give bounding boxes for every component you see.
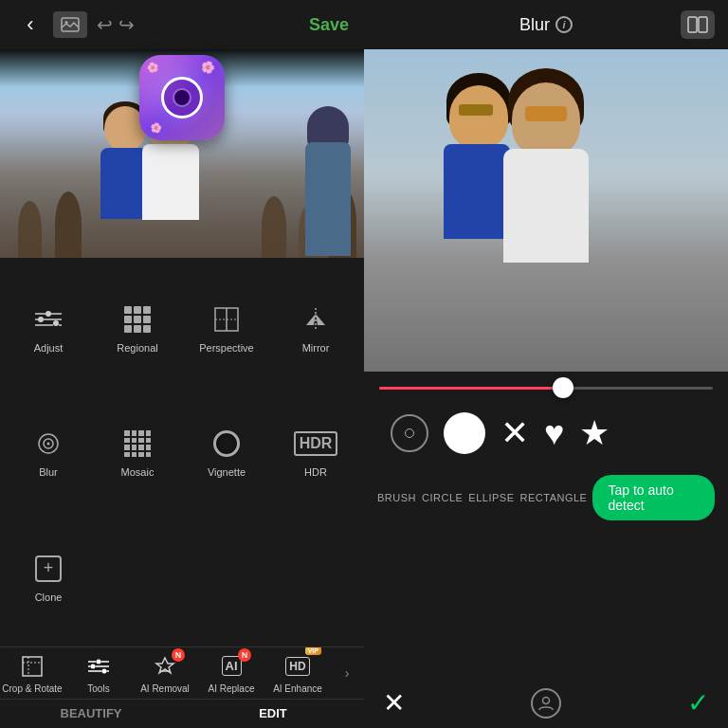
mosaic-label: Mosaic bbox=[121, 466, 155, 478]
blur-mode-ellipse[interactable]: ELLIPSE bbox=[468, 492, 514, 503]
blur-mode-circle[interactable]: CIRCLE bbox=[422, 492, 463, 503]
svg-rect-34 bbox=[699, 17, 707, 32]
toolbar-items: Crop & Rotate bbox=[0, 647, 364, 699]
tool-blur[interactable]: Blur bbox=[4, 390, 93, 514]
ai-enhance-badge: VIP bbox=[305, 647, 321, 655]
svg-point-2 bbox=[38, 317, 44, 322]
gallery-button[interactable] bbox=[53, 11, 87, 38]
blur-label: Blur bbox=[39, 466, 58, 478]
tool-clone[interactable]: Clone bbox=[4, 515, 93, 639]
shape-heart[interactable]: ♥ bbox=[544, 413, 564, 453]
tools-icon bbox=[84, 652, 113, 681]
shape-selector: ✕ ♥ ★ bbox=[379, 405, 713, 462]
shape-star[interactable]: ★ bbox=[579, 413, 610, 453]
right-panel: Blur i bbox=[364, 0, 728, 728]
svg-point-24 bbox=[97, 659, 101, 664]
toolbar-more[interactable]: › bbox=[332, 659, 362, 687]
ai-enhance-label: AI Enhance bbox=[273, 683, 322, 694]
svg-marker-15 bbox=[306, 314, 316, 325]
mosaic-icon bbox=[119, 426, 155, 462]
blur-title: Blur i bbox=[519, 15, 573, 35]
person-button[interactable] bbox=[531, 688, 561, 719]
bottom-action-row: ✕ ✓ bbox=[364, 678, 728, 728]
compare-button[interactable] bbox=[681, 10, 715, 39]
radial-icon bbox=[391, 414, 428, 452]
crop-icon bbox=[18, 652, 46, 681]
blur-slider-row bbox=[379, 387, 713, 390]
more-icon: › bbox=[333, 659, 361, 687]
svg-rect-33 bbox=[688, 17, 697, 32]
tool-hdr[interactable]: HDR HDR bbox=[271, 390, 360, 514]
bottom-toolbar: Crop & Rotate bbox=[0, 646, 364, 728]
right-top-bar: Blur i bbox=[364, 0, 728, 49]
auto-detect-button[interactable]: Tap to auto detect bbox=[592, 475, 715, 520]
ai-enhance-icon: HD VIP bbox=[283, 652, 312, 681]
save-button[interactable]: Save bbox=[309, 15, 349, 35]
tool-mirror[interactable]: Mirror bbox=[271, 265, 360, 390]
tools-label: Tools bbox=[87, 683, 109, 694]
top-bar: ‹ ↩ ↪ Save bbox=[0, 0, 364, 49]
shape-circle[interactable] bbox=[444, 412, 485, 454]
toolbar-crop[interactable]: Crop & Rotate bbox=[0, 652, 64, 694]
tab-edit[interactable]: EDIT bbox=[182, 700, 364, 728]
hdr-label: HDR bbox=[304, 466, 327, 478]
mirror-label: Mirror bbox=[302, 342, 330, 354]
circle-icon bbox=[444, 412, 485, 454]
right-photo bbox=[364, 49, 728, 372]
blur-slider-fill bbox=[379, 387, 563, 390]
adjust-label: Adjust bbox=[34, 342, 64, 354]
redo-button[interactable]: ↪ bbox=[118, 13, 135, 36]
toolbar-ai-removal[interactable]: N AI Removal bbox=[133, 652, 197, 694]
ai-replace-badge: N bbox=[238, 648, 251, 662]
tool-perspective[interactable]: Perspective bbox=[182, 265, 271, 390]
hdr-icon: HDR bbox=[298, 426, 334, 462]
close-button[interactable]: ✕ bbox=[383, 687, 405, 719]
left-panel: ‹ ↩ ↪ Save 🌸 🌸 🌸 bbox=[0, 0, 364, 728]
blur-slider-thumb[interactable] bbox=[553, 377, 573, 398]
back-button[interactable]: ‹ bbox=[15, 9, 46, 40]
info-button[interactable]: i bbox=[555, 16, 573, 33]
tool-mosaic[interactable]: Mosaic bbox=[93, 390, 182, 514]
vignette-icon bbox=[209, 426, 245, 462]
blur-icon bbox=[30, 426, 66, 462]
ai-removal-icon: N bbox=[151, 652, 179, 681]
undo-button[interactable]: ↩ bbox=[97, 13, 113, 36]
toolbar-ai-replace[interactable]: AI N AI Replace bbox=[199, 652, 264, 694]
blur-mode-brush[interactable]: BRUSH bbox=[377, 492, 416, 503]
tab-beautify[interactable]: BEAUTIFY bbox=[0, 700, 182, 728]
tab-bar: BEAUTIFY EDIT bbox=[0, 699, 364, 728]
heart-icon: ♥ bbox=[544, 413, 564, 453]
regional-label: Regional bbox=[117, 342, 157, 354]
svg-point-23 bbox=[91, 664, 96, 668]
blur-slider-track[interactable] bbox=[379, 387, 713, 390]
cross-icon: ✕ bbox=[500, 416, 529, 450]
svg-rect-20 bbox=[23, 657, 42, 676]
ai-replace-label: AI Replace bbox=[209, 683, 255, 694]
toolbar-tools[interactable]: Tools bbox=[66, 652, 131, 694]
toolbar-ai-enhance[interactable]: HD VIP AI Enhance bbox=[265, 652, 330, 694]
tool-grid: Adjust Regional Perspective bbox=[0, 258, 364, 646]
mirror-icon bbox=[298, 301, 334, 337]
blur-label: Blur bbox=[519, 15, 550, 35]
adjust-icon bbox=[30, 301, 66, 337]
blur-mode-rectangle[interactable]: RECTANGLE bbox=[520, 492, 588, 503]
tool-adjust[interactable]: Adjust bbox=[4, 265, 93, 390]
shape-radial[interactable] bbox=[391, 414, 428, 452]
confirm-button[interactable]: ✓ bbox=[687, 687, 709, 719]
crop-label: Crop & Rotate bbox=[2, 683, 62, 694]
svg-point-4 bbox=[53, 320, 59, 326]
clone-icon bbox=[30, 551, 66, 587]
svg-point-25 bbox=[102, 668, 107, 673]
tool-regional[interactable]: Regional bbox=[93, 265, 182, 390]
regional-icon bbox=[119, 301, 155, 337]
svg-point-35 bbox=[543, 697, 550, 703]
perspective-icon bbox=[209, 301, 245, 337]
clone-label: Clone bbox=[35, 592, 63, 603]
undo-redo-group: ↩ ↪ bbox=[97, 13, 135, 36]
ai-replace-icon: AI N bbox=[217, 652, 246, 681]
app-icon: 🌸 🌸 🌸 bbox=[139, 55, 225, 140]
svg-marker-16 bbox=[316, 314, 325, 325]
shape-cross[interactable]: ✕ bbox=[500, 416, 529, 450]
tool-vignette[interactable]: Vignette bbox=[182, 390, 271, 514]
star-icon: ★ bbox=[579, 413, 610, 453]
